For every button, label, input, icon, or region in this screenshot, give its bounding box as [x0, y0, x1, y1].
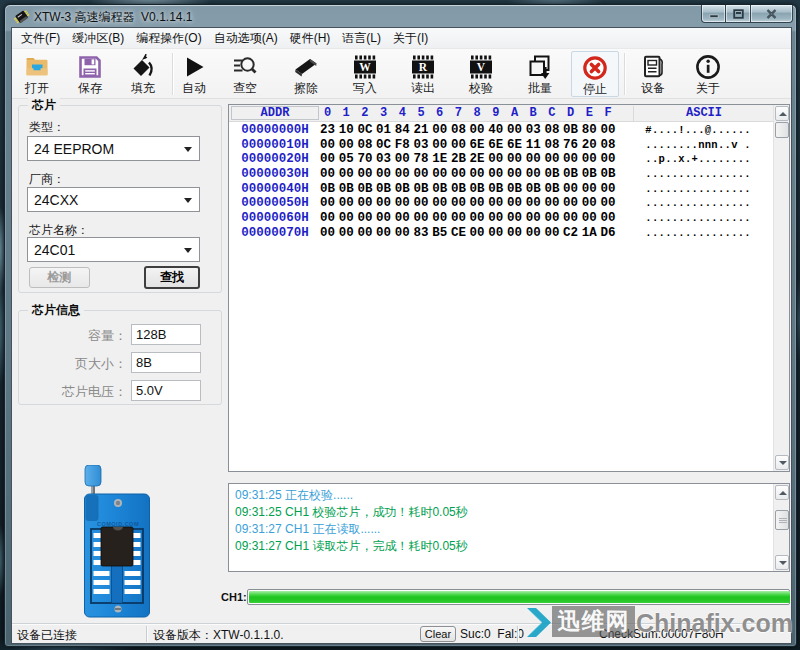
toolbar-button-open-folder[interactable]: 打开 — [13, 51, 61, 97]
hex-byte-cell: 00 — [318, 138, 337, 153]
log-scrollbar[interactable] — [773, 484, 789, 571]
log-scrollbar-thumb[interactable] — [775, 510, 789, 530]
hex-byte-cell: 00 — [430, 123, 449, 138]
ascii-char-cell: . — [744, 196, 751, 211]
scroll-up-button[interactable] — [775, 485, 789, 500]
hex-byte-cell: 00 — [449, 196, 468, 211]
hex-byte-cell: 00 — [505, 123, 524, 138]
hex-byte-cell: 08 — [542, 138, 561, 153]
menu-item-6[interactable]: 语言(L) — [336, 28, 387, 48]
hex-byte-cell: 78 — [412, 152, 431, 167]
clear-button[interactable]: Clear — [420, 626, 456, 642]
ascii-char-cell: v — [731, 138, 738, 153]
toolbar-button-stop[interactable]: 停止 — [571, 51, 619, 97]
hex-byte-cell: 00 — [486, 211, 505, 226]
maximize-button[interactable] — [725, 5, 751, 23]
chip-name-select[interactable]: 24C01 — [27, 237, 200, 262]
hex-scrollbar[interactable] — [773, 105, 789, 471]
menu-item-1[interactable]: 文件(F) — [15, 28, 66, 48]
toolbar-button-about-info[interactable]: 关于 — [684, 51, 732, 97]
about-info-icon — [695, 54, 721, 80]
minimize-icon — [709, 9, 719, 18]
hex-row[interactable]: 00000010H0000080CF80300006E6E6E110876200… — [229, 138, 774, 153]
hex-row[interactable]: 00000020H0005700300781E2B2E0000000000000… — [229, 152, 774, 167]
toolbar-button-chip-read[interactable]: R读出 — [399, 51, 447, 97]
chip-info-group-title: 芯片信息 — [28, 303, 84, 318]
toolbar-button-save-floppy[interactable]: 保存 — [66, 51, 114, 97]
hex-byte-cell: 00 — [337, 196, 356, 211]
ascii-char-cell: . — [744, 182, 751, 197]
checksum-value: CheckSum:00007F80H — [599, 627, 724, 641]
hex-row[interactable]: 00000070H000000000083B5CE0000000000C21AD… — [229, 226, 774, 241]
hex-byte-cell: 00 — [542, 226, 561, 241]
toolbar-button-batch-copy[interactable]: 批量 — [516, 51, 564, 97]
toolbar-button-fill-ink[interactable]: 填充 — [119, 51, 167, 97]
hex-byte-cell: 00 — [449, 211, 468, 226]
hex-byte-cell: 0B — [393, 182, 412, 197]
hex-byte-cell: 2B — [449, 152, 468, 167]
hex-byte-cell: 00 — [580, 211, 599, 226]
hex-row[interactable]: 00000030H0000000000000000000000000B0B0B0… — [229, 167, 774, 182]
vendor-select[interactable]: 24CXX — [27, 187, 200, 212]
hex-byte-cell: 03 — [524, 123, 543, 138]
toolbar-button-chip-verify[interactable]: V校验 — [457, 51, 505, 97]
hex-row-address: 00000040H — [231, 182, 319, 197]
eraser-icon — [293, 54, 319, 80]
toolbar-button-eraser[interactable]: 擦除 — [282, 51, 330, 97]
status-divider — [517, 626, 518, 642]
scroll-up-button[interactable] — [775, 106, 789, 121]
hex-byte-cell: 00 — [561, 211, 580, 226]
hex-byte-cell: 0B — [468, 182, 487, 197]
toolbar-button-device-doc[interactable]: 设备 — [629, 51, 677, 97]
hex-addr-header: ADDR — [231, 106, 319, 120]
hex-row-address: 00000060H — [231, 211, 319, 226]
toolbar-button-label: 打开 — [13, 81, 61, 95]
hex-row[interactable]: 00000000H23100C018421000800400003080B800… — [229, 123, 774, 138]
svg-text:R: R — [419, 61, 428, 73]
chip-name-value: 24C01 — [34, 242, 75, 258]
toolbar-button-blank-check[interactable]: 查空 — [221, 51, 269, 97]
chip-group-title: 芯片 — [28, 98, 60, 113]
toolbar-button-auto-play[interactable]: 自动 — [170, 51, 218, 97]
hex-byte-cell: 00 — [524, 196, 543, 211]
scroll-down-button[interactable] — [775, 455, 789, 470]
capacity-field[interactable]: 128B — [131, 324, 201, 345]
minimize-button[interactable] — [701, 5, 726, 23]
menu-item-5[interactable]: 硬件(H) — [284, 28, 337, 48]
progress-fill — [249, 591, 790, 603]
hex-byte-cell: 00 — [374, 196, 393, 211]
chip-type-value: 24 EEPROM — [34, 141, 114, 157]
find-button[interactable]: 查找 — [144, 266, 200, 289]
toolbar-button-chip-write[interactable]: W写入 — [341, 51, 389, 97]
menu-item-7[interactable]: 关于(I) — [387, 28, 434, 48]
voltage-field[interactable]: 5.0V — [131, 380, 201, 401]
status-bar: 设备已连接 设备版本：XTW-0.1.1.0. Clear Suc:0 Fal:… — [12, 623, 791, 643]
chip-type-select[interactable]: 24 EEPROM — [27, 136, 200, 161]
hex-row[interactable]: 00000060H0000000000000000000000000000000… — [229, 211, 774, 226]
hex-col-header: D — [561, 106, 580, 121]
hex-byte-cell: 00 — [393, 152, 412, 167]
log-panel[interactable]: 09:31:25 正在校验......09:31:25 CH1 校验芯片，成功！… — [228, 483, 790, 572]
hex-col-header: C — [542, 106, 561, 121]
toolbar-button-label: 自动 — [170, 81, 218, 95]
hex-scrollbar-thumb[interactable] — [775, 122, 789, 138]
hex-viewer[interactable]: ADDR ASCII 0123456789ABCDEF 00000000H231… — [228, 104, 790, 472]
menu-item-2[interactable]: 缓冲区(B) — [66, 28, 130, 48]
page-size-field[interactable]: 8B — [131, 352, 201, 373]
hex-row[interactable]: 00000040H0B0B0B0B0B0B0B0B0B0B0B0B0B00000… — [229, 182, 774, 197]
menu-item-4[interactable]: 自动选项(A) — [208, 28, 284, 48]
hex-byte-cell: 1E — [430, 152, 449, 167]
hex-col-header: 6 — [430, 106, 449, 121]
hex-col-header: 3 — [374, 106, 393, 121]
scroll-down-button[interactable] — [775, 555, 789, 570]
menu-item-3[interactable]: 编程操作(O) — [130, 28, 207, 48]
hex-row[interactable]: 00000050H0000000000000000000000000000000… — [229, 196, 774, 211]
titlebar[interactable]: XTW-3 高速编程器 V0.1.14.1 — [5, 5, 796, 28]
hex-byte-cell: 84 — [393, 123, 412, 138]
toolbar-button-label: 设备 — [629, 81, 677, 95]
hex-byte-cell: 00 — [505, 211, 524, 226]
close-button[interactable] — [750, 5, 793, 23]
toolbar-button-label: 关于 — [684, 81, 732, 95]
hex-col-header: 9 — [486, 106, 505, 121]
detect-button[interactable]: 检测 — [29, 267, 90, 288]
